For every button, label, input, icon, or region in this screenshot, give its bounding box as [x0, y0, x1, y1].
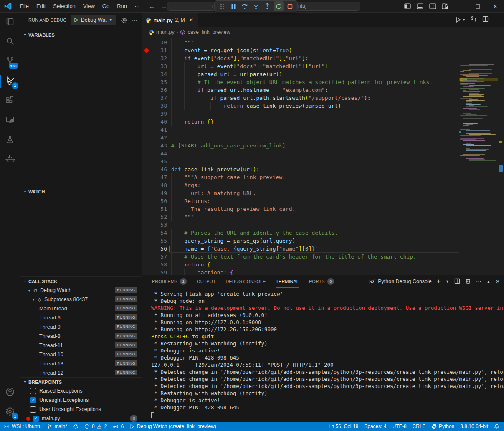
call-stack-section-header[interactable]: ▾ CALL STACK — [20, 276, 142, 286]
open-changes-icon[interactable] — [471, 16, 477, 24]
status-cursor-position[interactable]: Ln 56, Col 19 — [326, 422, 361, 431]
customize-layout-icon[interactable] — [439, 0, 451, 13]
status-indentation[interactable]: Spaces: 4 — [361, 422, 389, 431]
chevron-down-icon[interactable]: ▼ — [462, 18, 466, 22]
code-line-39[interactable]: 39 — [142, 110, 459, 118]
call-stack-row[interactable]: ▾Debug WatchRUNNING — [20, 286, 142, 295]
call-stack-row[interactable]: MainThreadRUNNING — [20, 304, 142, 313]
step-over-icon[interactable] — [240, 1, 250, 11]
code-line-51[interactable]: 51 The resulting preview link card. — [142, 205, 459, 213]
variables-section-header[interactable]: ▾ VARIABLES — [20, 30, 142, 39]
toggle-secondary-sidebar-icon[interactable] — [426, 0, 439, 13]
code-line-37[interactable]: 37 if parsed_url.path.startswith("/suppo… — [142, 94, 459, 102]
menu-file[interactable]: File — [16, 0, 33, 13]
status-python-interpreter[interactable]: 3.8.10 64-bit — [457, 422, 491, 431]
maximize-panel-icon[interactable]: ▲ — [486, 279, 491, 284]
call-stack-row[interactable]: Thread-13RUNNING — [20, 359, 142, 368]
status-encoding[interactable]: UTF-8 — [390, 422, 410, 431]
new-terminal-icon[interactable]: + — [437, 278, 441, 285]
code-line-45[interactable]: 45 — [142, 157, 459, 165]
step-out-icon[interactable] — [262, 1, 272, 11]
breakpoint-row[interactable]: ✓Uncaught Exceptions — [20, 396, 142, 405]
activity-source-control[interactable]: 1K+ — [0, 52, 20, 71]
code-line-41[interactable]: 41 — [142, 126, 459, 134]
sidebar-more-actions-icon[interactable]: ⋯ — [132, 17, 138, 23]
code-line-46[interactable]: 46def case_link_preview(url): — [142, 165, 459, 173]
start-debug-icon[interactable] — [74, 18, 79, 23]
activity-explorer[interactable] — [0, 13, 20, 32]
panel-more-actions-icon[interactable]: ⋯ — [476, 279, 481, 284]
breadcrumb-file[interactable]: main.py — [156, 29, 175, 35]
panel-tab-debug-console[interactable]: DEBUG CONSOLE — [225, 275, 266, 288]
code-line-32[interactable]: 32 if event["docs"]["matchedUrl"]["url"]… — [142, 54, 459, 62]
code-line-54[interactable]: 54 # Parses the URL and identify the cas… — [142, 229, 459, 237]
code-line-42[interactable]: 42 — [142, 134, 459, 142]
menu-run[interactable]: Run — [113, 0, 131, 13]
step-into-icon[interactable] — [251, 1, 261, 11]
menu-view[interactable]: View — [79, 0, 99, 13]
terminal-profile-select[interactable]: Python Debug Console — [369, 279, 432, 285]
panel-tab-output[interactable]: OUTPUT — [197, 275, 215, 288]
call-stack-row[interactable]: Thread-12RUNNING — [20, 368, 142, 378]
code-line-56[interactable]: 56 name = f'Case: {query_string["name"][… — [142, 245, 459, 253]
activity-search[interactable] — [0, 32, 20, 52]
status-git-branch[interactable]: main* — [44, 422, 70, 431]
minimap[interactable] — [459, 62, 498, 275]
tab-close-icon[interactable]: ✕ — [189, 17, 193, 23]
debug-settings-gear-icon[interactable] — [121, 17, 127, 23]
activity-remote-explorer[interactable] — [0, 111, 20, 130]
code-line-38[interactable]: 38 return case_link_preview(parsed_url) — [142, 102, 459, 110]
checkbox-unchecked[interactable] — [30, 406, 36, 413]
checkbox-checked[interactable]: ✓ — [30, 397, 36, 403]
call-stack-row[interactable]: Thread-6RUNNING — [20, 313, 142, 322]
activity-testing[interactable] — [0, 130, 20, 150]
menu-edit[interactable]: Edit — [33, 0, 49, 13]
status-warnings[interactable]: 2 — [96, 422, 110, 431]
tab-main-py[interactable]: main.py 2, M ✕ — [142, 13, 198, 27]
code-line-43[interactable]: 43# [START add_ons_case_preview_link] — [142, 142, 459, 150]
editor-more-actions-icon[interactable]: ⋯ — [494, 16, 501, 24]
breakpoint-row[interactable]: User Uncaught Exceptions — [20, 405, 142, 414]
status-notifications[interactable] — [491, 422, 502, 431]
drag-grip-icon[interactable] — [217, 1, 227, 11]
code-line-35[interactable]: 35 # If the event object URL matches a s… — [142, 78, 459, 86]
kill-terminal-icon[interactable] — [465, 278, 471, 285]
activity-run-and-debug[interactable]: 1 — [0, 71, 20, 91]
code-line-53[interactable]: 53 — [142, 221, 459, 229]
code-line-30[interactable]: 30 """ — [142, 38, 459, 46]
status-eol[interactable]: CRLF — [410, 422, 428, 431]
call-stack-row[interactable]: Thread-10RUNNING — [20, 350, 142, 359]
code-line-48[interactable]: 48 Args: — [142, 181, 459, 189]
maximize-button[interactable] — [469, 0, 486, 13]
overview-ruler[interactable] — [498, 37, 504, 275]
close-window-button[interactable]: ✕ — [486, 0, 504, 13]
status-debug-session[interactable]: Debug Watch (create_link_preview) — [127, 422, 219, 431]
breakpoints-section-header[interactable]: ▾ BREAKPOINTS — [20, 377, 142, 386]
breakpoint-dot[interactable] — [144, 48, 149, 53]
panel-tab-ports[interactable]: PORTS6 — [309, 275, 334, 288]
run-python-file-button[interactable]: ▼ — [455, 17, 466, 23]
panel-tab-problems[interactable]: PROBLEMS2 — [152, 275, 187, 288]
call-stack-row[interactable]: Thread-11RUNNING — [20, 341, 142, 350]
status-language-mode[interactable]: Python — [428, 422, 457, 431]
code-line-44[interactable]: 44 — [142, 150, 459, 157]
checkbox-unchecked[interactable] — [30, 388, 36, 394]
call-stack-row[interactable]: ▾Subprocess 80437RUNNING — [20, 295, 142, 304]
activity-accounts[interactable] — [0, 383, 20, 402]
code-editor[interactable]: 30 """31 event = req.get_json(silent=Tru… — [142, 37, 504, 275]
breakpoint-row[interactable]: Raised Exceptions — [20, 386, 142, 396]
code-line-34[interactable]: 34 parsed_url = urlparse(url) — [142, 70, 459, 78]
activity-settings[interactable]: 1 — [0, 402, 20, 422]
nav-back-icon[interactable]: ← — [149, 3, 155, 10]
activity-docker[interactable] — [0, 150, 20, 170]
menu-go[interactable]: Go — [99, 0, 113, 13]
code-line-36[interactable]: 36 if parsed_url.hostname == "example.co… — [142, 86, 459, 94]
menu-selection[interactable]: Selection — [49, 0, 79, 13]
breadcrumb[interactable]: main.py › case_link_preview — [142, 27, 504, 37]
close-panel-icon[interactable]: ✕ — [496, 279, 500, 284]
checkbox-checked[interactable]: ✓ — [33, 416, 39, 422]
status-forwarded-ports[interactable]: 6 — [110, 422, 127, 431]
split-terminal-icon[interactable] — [454, 278, 460, 285]
stop-icon[interactable] — [285, 1, 295, 11]
code-line-33[interactable]: 33 url = event["docs"]["matchedUrl"]["ur… — [142, 62, 459, 70]
